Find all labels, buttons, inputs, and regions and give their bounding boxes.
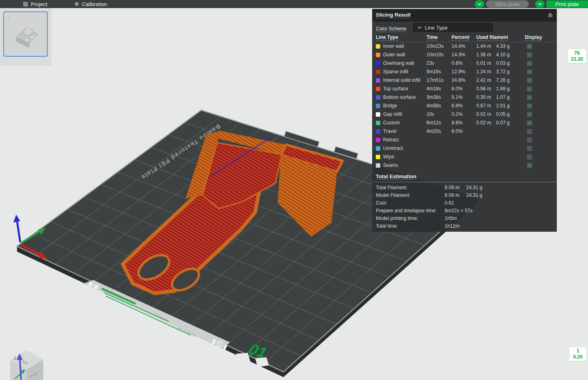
display-checkbox[interactable]: ✓: [527, 69, 532, 75]
calibration-icon: ⊕: [75, 0, 79, 8]
layer-slider-top-badge[interactable]: 76 21.20: [568, 49, 586, 63]
collapse-panel-icon[interactable]: [547, 12, 554, 18]
table-row: Top surface 4m18s 6.0% 0.56 m 1.68 g ✓: [372, 85, 557, 93]
display-checkbox[interactable]: ✓: [527, 112, 532, 117]
table-row: Bridge 4m56s 6.9% 0.67 m 2.01 g ✓: [372, 102, 557, 110]
time-value: 10s: [426, 111, 434, 117]
print-plate-button[interactable]: Print plate: [546, 0, 588, 8]
display-checkbox[interactable]: ✓: [527, 61, 532, 66]
table-row: Outer wall 10m19s 14.3% 1.36 m 4.10 g ✓: [372, 51, 557, 59]
line-type-color-swatch: [376, 112, 380, 117]
col-used-filament: Used filament: [476, 34, 508, 40]
table-row: Travel 4m20s 6.0%: [372, 127, 557, 136]
time-value: 23s: [426, 60, 434, 66]
display-checkbox[interactable]: [527, 154, 532, 160]
slicing-result-panel: Slicing Result Color Scheme Line Type Li…: [372, 9, 557, 232]
line-type-label: Wipe: [383, 154, 394, 160]
plate-list: 1: [0, 8, 51, 66]
estimation-row: Total time: 1h12m: [372, 222, 557, 230]
estimation-value-2: 24.31 g: [466, 185, 482, 190]
used-filament-g: 0.07 g: [496, 120, 509, 126]
table-row: Sparse infill 9m19s 12.9% 1.24 m 3.72 g …: [372, 68, 557, 76]
col-time: Time: [426, 34, 438, 40]
line-type-label: Custom: [383, 120, 400, 126]
table-row: Custom 6m12s 8.6% 0.02 m 0.07 g ✓: [372, 119, 557, 127]
used-filament-m: 0.35 m: [476, 94, 491, 100]
color-scheme-value: Line Type: [425, 25, 447, 31]
slice-plate-button[interactable]: Slice plate: [486, 0, 529, 8]
line-type-color-swatch: [376, 95, 380, 100]
table-row: Retract: [372, 136, 557, 144]
table-row: Gap infill 10s 0.2% 0.02 m 0.05 g ✓: [372, 110, 557, 119]
color-scheme-dropdown[interactable]: Line Type: [413, 23, 493, 32]
line-type-label: Top surface: [383, 86, 408, 92]
display-checkbox[interactable]: ✓: [527, 44, 532, 49]
col-line-type: Line Type: [376, 34, 398, 40]
layer-bottom-number: 1: [571, 348, 585, 354]
time-value: 4m18s: [426, 86, 441, 92]
line-type-color-swatch: [376, 104, 380, 108]
estimation-row: Model printing time: 1h5m: [372, 214, 557, 222]
table-row: Overhang wall 23s 0.6% 0.01 m 0.03 g ✓: [372, 59, 557, 68]
estimation-label: Model printing time:: [376, 216, 418, 221]
chevron-down-icon: [418, 26, 422, 29]
percent-value: 6.0%: [452, 86, 462, 92]
display-checkbox[interactable]: ✓: [527, 52, 532, 58]
percent-value: 6.9%: [452, 103, 462, 109]
estimation-label: Total time:: [376, 223, 398, 229]
used-filament-m: 0.56 m: [476, 86, 491, 92]
percent-value: 0.2%: [452, 111, 462, 117]
time-value: 9m19s: [426, 69, 441, 75]
estimation-value-1: 8.09 m: [445, 192, 460, 198]
used-filament-g: 1.07 g: [496, 94, 509, 100]
line-type-table: Inner wall 10m23s 14.4% 1.44 m 4.33 g ✓ …: [372, 42, 557, 170]
display-checkbox[interactable]: [527, 137, 532, 143]
used-filament-m: 0.01 m: [476, 60, 491, 66]
print-options-dropdown-button[interactable]: [535, 0, 545, 8]
plate-thumbnail-preview: [4, 12, 47, 56]
line-type-label: Unretract: [383, 145, 403, 151]
line-type-color-swatch: [376, 146, 380, 151]
line-type-label: Travel: [383, 128, 396, 134]
percent-value: 5.1%: [452, 94, 462, 100]
layer-slider-bottom-badge[interactable]: 1 0.20: [569, 347, 586, 361]
display-checkbox[interactable]: [527, 146, 532, 151]
nav-cube[interactable]: Top Front Right z: [11, 351, 43, 380]
used-filament-m: 1.44 m: [476, 43, 491, 49]
display-checkbox[interactable]: ✓: [527, 120, 532, 126]
plate-thumbnail[interactable]: 1: [3, 11, 48, 57]
app-window: Bambu Textured PEI Plate ALL SURFACE: [0, 0, 588, 380]
table-row: Inner wall 10m23s 14.4% 1.44 m 4.33 g ✓: [372, 42, 557, 51]
estimation-value-1: 0.61: [445, 200, 454, 206]
display-checkbox[interactable]: ✓: [527, 78, 532, 83]
percent-value: 6.0%: [452, 128, 462, 134]
table-row: Bottom surface 3m38s 5.1% 0.35 m 1.07 g …: [372, 93, 557, 102]
display-checkbox[interactable]: ✓: [527, 95, 532, 100]
used-filament-m: 0.02 m: [476, 120, 491, 126]
line-type-label: Gap infill: [383, 111, 402, 117]
calibration-button[interactable]: ⊕ Calibration: [75, 0, 107, 8]
table-row: Seams ✓: [372, 161, 557, 170]
estimation-value-1: 1h5m: [445, 216, 457, 221]
line-type-color-swatch: [376, 61, 380, 66]
time-value: 6m12s: [426, 120, 441, 126]
used-filament-m: 1.36 m: [476, 52, 491, 58]
used-filament-m: 0.67 m: [476, 103, 491, 109]
divider: [372, 182, 557, 182]
table-header-row: Line Type Time Percent Used filament Dis…: [372, 33, 557, 42]
used-filament-g: 4.33 g: [496, 43, 509, 49]
used-filament-g: 1.68 g: [496, 86, 509, 92]
display-checkbox[interactable]: ✓: [527, 103, 532, 109]
used-filament-g: 0.03 g: [496, 60, 509, 66]
display-checkbox[interactable]: ✓: [527, 163, 532, 168]
display-checkbox[interactable]: [527, 129, 532, 134]
slice-options-dropdown-button[interactable]: [475, 0, 484, 8]
project-button[interactable]: ▤ Project: [23, 0, 47, 8]
display-checkbox[interactable]: ✓: [527, 86, 532, 92]
estimation-value-1: 1h12m: [445, 223, 460, 229]
percent-value: 14.4%: [452, 43, 465, 49]
calibration-label: Calibration: [82, 1, 107, 7]
line-type-label: Retract: [383, 137, 399, 143]
estimation-row: Prepare and timelapse time: 6m22s + 57s: [372, 207, 557, 214]
line-type-color-swatch: [376, 129, 380, 134]
